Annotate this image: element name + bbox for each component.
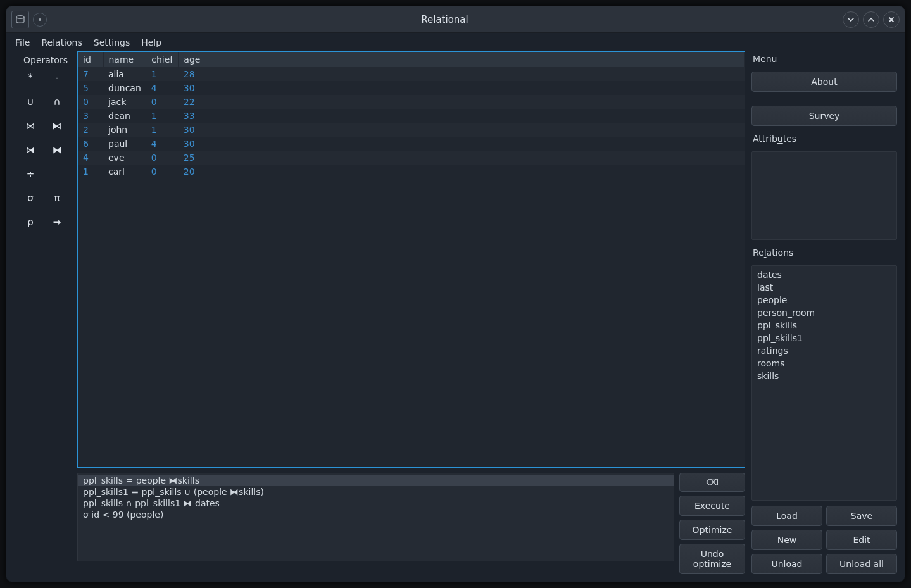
- table-cell: 20: [179, 165, 206, 178]
- result-table[interactable]: idnamechiefage 7alia1285duncan4300jack02…: [77, 51, 745, 468]
- table-row[interactable]: 4eve025: [78, 151, 745, 165]
- undo-optimize-button[interactable]: Undo optimize: [679, 544, 745, 574]
- table-cell: 7: [78, 67, 103, 81]
- operator-button[interactable]: -: [46, 70, 68, 85]
- table-cell: john: [103, 123, 146, 137]
- load-button[interactable]: Load: [751, 506, 822, 526]
- execute-button[interactable]: Execute: [679, 496, 745, 516]
- table-cell: 25: [179, 151, 206, 165]
- table-cell: 4: [146, 137, 179, 151]
- query-history[interactable]: ppl_skills = people ⧓skillsppl_skills1 =…: [77, 473, 674, 561]
- operator-button[interactable]: ÷: [20, 166, 41, 182]
- menu-file[interactable]: File: [15, 37, 30, 47]
- menu-help[interactable]: Help: [141, 37, 161, 47]
- window-title: Relational: [47, 14, 843, 25]
- svg-point-0: [16, 15, 24, 18]
- relation-item[interactable]: people: [756, 294, 893, 306]
- operator-button[interactable]: ⋈: [20, 118, 41, 134]
- survey-button[interactable]: Survey: [751, 106, 897, 126]
- table-cell: 28: [179, 67, 206, 81]
- right-panel: Menu About Survey Attributes Relations d…: [745, 51, 897, 574]
- table-row[interactable]: 0jack022: [78, 95, 745, 109]
- history-entry[interactable]: ppl_skills1 = ppl_skills ∪ (people ⧓skil…: [78, 486, 674, 497]
- table-cell: 1: [78, 165, 103, 178]
- relation-item[interactable]: person_room: [756, 306, 893, 319]
- unload-all-button[interactable]: Unload all: [826, 554, 897, 574]
- minimize-button[interactable]: [843, 11, 859, 28]
- unload-button[interactable]: Unload: [751, 554, 822, 574]
- history-entry[interactable]: ppl_skills = people ⧓skills: [78, 475, 674, 486]
- table-cell: 1: [146, 67, 179, 81]
- operator-button[interactable]: ∪: [20, 94, 41, 109]
- menubar: File Relations Settings Help: [6, 33, 905, 51]
- menu-relations[interactable]: Relations: [41, 37, 82, 47]
- table-row[interactable]: 5duncan430: [78, 81, 745, 95]
- table-cell: paul: [103, 137, 146, 151]
- table-cell: duncan: [103, 81, 146, 95]
- history-entry[interactable]: ppl_skills ∩ ppl_skills1 ⧓ dates: [78, 497, 674, 509]
- attributes-list[interactable]: [751, 151, 897, 240]
- operator-button[interactable]: *: [20, 70, 41, 85]
- new-button[interactable]: New: [751, 530, 822, 550]
- menu-settings[interactable]: Settings: [94, 37, 130, 47]
- operator-button[interactable]: ⧑: [46, 118, 68, 134]
- table-cell: carl: [103, 165, 146, 178]
- relations-heading: Relations: [751, 245, 897, 260]
- table-cell: 33: [179, 109, 206, 123]
- table-cell: 1: [146, 123, 179, 137]
- titlebar: Relational: [6, 6, 905, 33]
- table-cell: 22: [179, 95, 206, 109]
- table-cell: 30: [179, 137, 206, 151]
- table-row[interactable]: 2john130: [78, 123, 745, 137]
- center-panel: idnamechiefage 7alia1285duncan4300jack02…: [77, 51, 745, 574]
- relation-item[interactable]: ppl_skills: [756, 319, 893, 332]
- relation-item[interactable]: skills: [756, 370, 893, 382]
- table-header[interactable]: id: [78, 52, 103, 67]
- relation-item[interactable]: ratings: [756, 344, 893, 357]
- secondary-tab-dot: [33, 13, 47, 27]
- operator-button[interactable]: ∩: [46, 94, 68, 109]
- table-header[interactable]: age: [179, 52, 206, 67]
- operator-button[interactable]: ⧒: [20, 142, 41, 158]
- operator-button[interactable]: ⧓: [46, 142, 68, 158]
- table-header[interactable]: chief: [146, 52, 179, 67]
- main-area: Operators *-∪∩⋈⧑⧒⧓÷σπρ➡ idnamechiefage 7…: [6, 51, 905, 582]
- relations-list[interactable]: dateslast_peopleperson_roomppl_skillsppl…: [751, 265, 897, 501]
- table-cell: 1: [146, 109, 179, 123]
- table-cell: 4: [78, 151, 103, 165]
- table-cell: 0: [78, 95, 103, 109]
- about-button[interactable]: About: [751, 72, 897, 92]
- table-cell: jack: [103, 95, 146, 109]
- table-cell: dean: [103, 109, 146, 123]
- clear-query-button[interactable]: ⌫: [679, 473, 745, 492]
- optimize-button[interactable]: Optimize: [679, 520, 745, 540]
- operator-button[interactable]: ρ: [20, 215, 41, 230]
- table-cell: alia: [103, 67, 146, 81]
- table-row[interactable]: 6paul430: [78, 137, 745, 151]
- relation-item[interactable]: last_: [756, 281, 893, 294]
- table-cell: 30: [179, 123, 206, 137]
- table-row[interactable]: 7alia128: [78, 67, 745, 81]
- relation-item[interactable]: dates: [756, 268, 893, 281]
- query-row: ppl_skills = people ⧓skillsppl_skills1 =…: [77, 473, 745, 574]
- table-cell: 4: [146, 81, 179, 95]
- relation-item[interactable]: rooms: [756, 357, 893, 370]
- operator-button[interactable]: π: [46, 191, 68, 206]
- maximize-button[interactable]: [863, 11, 879, 28]
- relation-item[interactable]: ppl_skills1: [756, 332, 893, 344]
- close-button[interactable]: [883, 11, 900, 28]
- edit-button[interactable]: Edit: [826, 530, 897, 550]
- table-cell: 5: [78, 81, 103, 95]
- table-row[interactable]: 3dean133: [78, 109, 745, 123]
- history-entry[interactable]: σ id < 99 (people): [78, 509, 674, 520]
- operator-button[interactable]: ➡: [46, 215, 68, 230]
- operator-button[interactable]: σ: [20, 191, 41, 206]
- operator-button: [46, 166, 68, 182]
- attributes-heading: Attributes: [751, 131, 897, 146]
- save-button[interactable]: Save: [826, 506, 897, 526]
- table-row[interactable]: 1carl020: [78, 165, 745, 178]
- table-cell: 30: [179, 81, 206, 95]
- table-header[interactable]: name: [103, 52, 146, 67]
- table-cell: 6: [78, 137, 103, 151]
- operators-title: Operators: [14, 51, 77, 69]
